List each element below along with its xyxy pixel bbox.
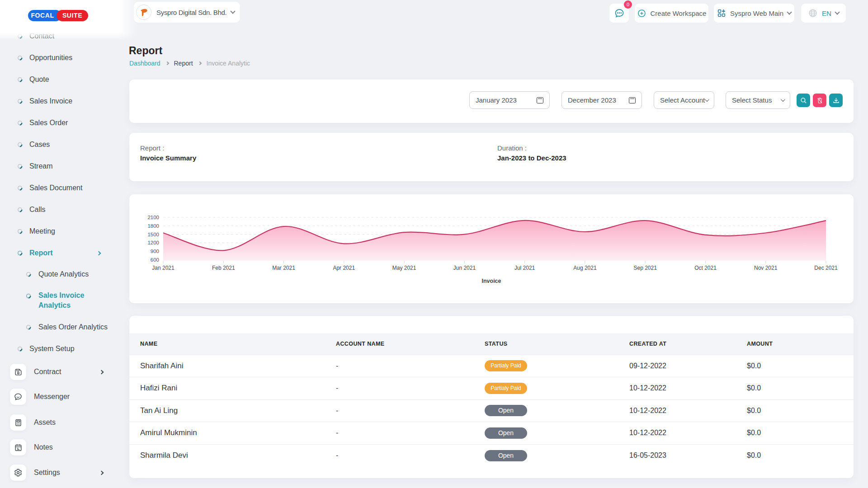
- svg-text:1500: 1500: [147, 232, 159, 237]
- svg-text:Nov 2021: Nov 2021: [754, 265, 778, 271]
- svg-text:Jan 2021: Jan 2021: [152, 265, 175, 271]
- svg-text:May 2021: May 2021: [392, 265, 416, 271]
- svg-text:Invoice: Invoice: [481, 278, 501, 284]
- svg-text:Apr 2021: Apr 2021: [333, 265, 355, 271]
- svg-text:2100: 2100: [147, 215, 159, 220]
- svg-text:Dec 2021: Dec 2021: [814, 265, 838, 271]
- svg-text:900: 900: [151, 249, 159, 254]
- svg-text:Oct 2021: Oct 2021: [694, 265, 717, 271]
- svg-text:Sep 2021: Sep 2021: [634, 265, 657, 271]
- svg-text:1800: 1800: [147, 223, 159, 229]
- svg-text:1200: 1200: [147, 240, 159, 245]
- svg-text:Aug 2021: Aug 2021: [573, 265, 597, 271]
- svg-text:Jul 2021: Jul 2021: [514, 265, 535, 271]
- svg-text:Jun 2021: Jun 2021: [453, 265, 476, 271]
- svg-text:Mar 2021: Mar 2021: [272, 265, 295, 271]
- svg-text:Feb 2021: Feb 2021: [212, 265, 235, 271]
- svg-text:600: 600: [151, 257, 159, 263]
